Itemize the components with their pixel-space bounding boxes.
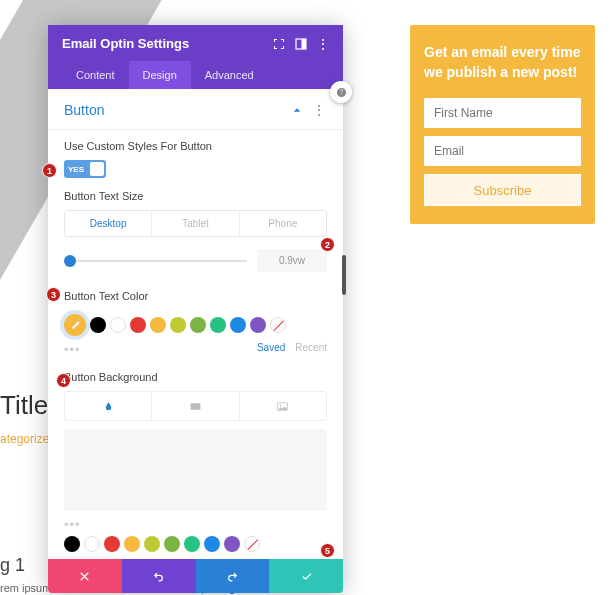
bg-swatch-purple[interactable]	[224, 536, 240, 552]
bg-swatch-blue[interactable]	[204, 536, 220, 552]
bg-image-tab[interactable]	[240, 392, 326, 420]
callout-badge-5: 5	[320, 543, 335, 558]
tab-content[interactable]: Content	[62, 61, 129, 89]
save-button[interactable]	[269, 559, 343, 593]
bg-swatch-olive[interactable]	[144, 536, 160, 552]
swatch-purple[interactable]	[250, 317, 266, 333]
bg-color-tab[interactable]	[65, 392, 152, 420]
accordion-more-icon[interactable]: ⋮	[312, 107, 327, 113]
bg-swatch-orange[interactable]	[124, 536, 140, 552]
email-input[interactable]	[424, 136, 581, 166]
page-heading: g 1	[0, 555, 25, 576]
tab-advanced[interactable]: Advanced	[191, 61, 268, 89]
expand-icon[interactable]	[273, 38, 285, 50]
svg-rect-2	[191, 403, 201, 410]
swatch-more[interactable]: •••	[64, 342, 81, 357]
recent-tab[interactable]: Recent	[295, 342, 327, 353]
bg-swatch-light-green[interactable]	[184, 536, 200, 552]
callout-badge-3: 3	[46, 287, 61, 302]
swatch-none[interactable]	[270, 317, 286, 333]
subscribe-button[interactable]: Subscribe	[424, 174, 581, 206]
undo-button[interactable]	[122, 559, 196, 593]
callout-badge-4: 4	[56, 373, 71, 388]
swatch-light-green[interactable]	[210, 317, 226, 333]
swatch-orange[interactable]	[150, 317, 166, 333]
settings-modal: Email Optin Settings ⋮ Content Design Ad…	[48, 25, 343, 593]
scrollbar[interactable]	[342, 255, 346, 295]
swatch-green[interactable]	[190, 317, 206, 333]
swatch-blue[interactable]	[230, 317, 246, 333]
swatch-black[interactable]	[90, 317, 106, 333]
bg-gradient-tab[interactable]	[152, 392, 239, 420]
bg-swatch-none[interactable]	[244, 536, 260, 552]
email-optin-widget: Get an email every time we publish a new…	[410, 25, 595, 224]
text-size-value[interactable]: 0.9vw	[257, 249, 327, 272]
more-icon[interactable]: ⋮	[317, 38, 329, 50]
seg-phone[interactable]: Phone	[240, 211, 326, 236]
saved-tab[interactable]: Saved	[257, 342, 285, 353]
page-category-link[interactable]: ategorize	[0, 432, 49, 446]
swatch-red[interactable]	[130, 317, 146, 333]
bg-swatch-white[interactable]	[84, 536, 100, 552]
responsive-segment: Desktop Tablet Phone	[64, 210, 327, 237]
collapse-icon[interactable]	[292, 101, 302, 119]
background-label: Button Background	[64, 371, 327, 383]
bg-swatch-green[interactable]	[164, 536, 180, 552]
use-custom-toggle[interactable]: YES	[64, 160, 106, 178]
modal-title: Email Optin Settings	[62, 36, 189, 51]
use-custom-label: Use Custom Styles For Button	[64, 140, 327, 152]
accordion-title[interactable]: Button	[64, 102, 104, 118]
text-size-slider[interactable]	[64, 260, 247, 262]
text-color-label: Button Text Color	[64, 290, 327, 302]
tab-bar: Content Design Advanced	[62, 61, 329, 89]
callout-badge-2: 2	[320, 237, 335, 252]
tab-design[interactable]: Design	[129, 61, 191, 89]
bg-preview[interactable]	[64, 429, 327, 511]
swatch-olive[interactable]	[170, 317, 186, 333]
svg-rect-1	[302, 39, 307, 49]
swatch-white[interactable]	[110, 317, 126, 333]
first-name-input[interactable]	[424, 98, 581, 128]
redo-button[interactable]	[196, 559, 270, 593]
panel-icon[interactable]	[295, 38, 307, 50]
cancel-button[interactable]	[48, 559, 122, 593]
text-size-label: Button Text Size	[64, 190, 327, 202]
bg-swatch-red[interactable]	[104, 536, 120, 552]
svg-point-4	[280, 404, 282, 406]
seg-tablet[interactable]: Tablet	[152, 211, 239, 236]
bg-swatch-black[interactable]	[64, 536, 80, 552]
callout-badge-1: 1	[42, 163, 57, 178]
help-circle-button[interactable]	[330, 81, 352, 103]
bg-swatch-more[interactable]: •••	[64, 517, 81, 532]
seg-desktop[interactable]: Desktop	[65, 211, 152, 236]
page-title: Title	[0, 390, 48, 421]
widget-heading: Get an email every time we publish a new…	[424, 43, 581, 82]
eyedropper-button[interactable]	[64, 314, 86, 336]
